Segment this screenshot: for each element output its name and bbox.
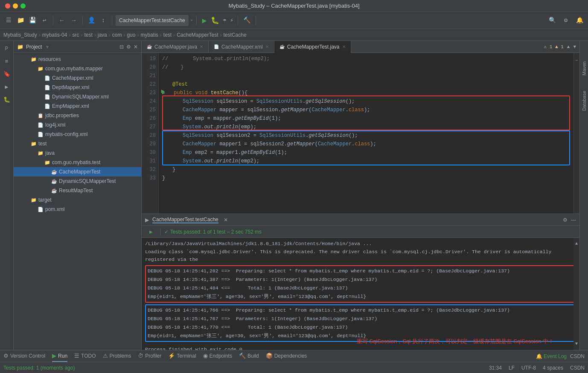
- breadcrumb-item-6[interactable]: guo: [127, 32, 135, 38]
- tab-close-icon[interactable]: ✕: [265, 44, 269, 49]
- search-button[interactable]: 🔍: [547, 15, 557, 26]
- xml-icon: 📄: [44, 104, 50, 109]
- coverage-button[interactable]: ☂: [223, 17, 226, 24]
- scroll-up-icon[interactable]: ▲: [567, 44, 570, 49]
- tree-item-dynamictest[interactable]: ☕ DynamicSQLMapperTest: [14, 176, 141, 186]
- tab-problems[interactable]: ⚠ Problems: [103, 350, 131, 362]
- run-tab-close[interactable]: ✕: [224, 217, 228, 223]
- build-button[interactable]: 🔨: [243, 17, 250, 24]
- tab-cachemapper-java[interactable]: ☕ CacheMapper.java ✕: [142, 41, 209, 53]
- tab-close-icon[interactable]: ✕: [200, 44, 203, 49]
- breadcrumb-item-0[interactable]: Mybatis_Study: [3, 32, 37, 38]
- toolbar-menu-btn[interactable]: ☰: [3, 15, 14, 26]
- tab-dependencies[interactable]: 📦 Dependencies: [266, 350, 307, 362]
- breadcrumb-item-3[interactable]: test: [84, 32, 92, 38]
- toolbar-forward-btn[interactable]: →: [69, 15, 79, 26]
- strip-debug-btn[interactable]: 🐛: [1, 94, 13, 106]
- tab-cachemapper-xml[interactable]: 📄 CacheMapper.xml ✕: [209, 41, 274, 53]
- run-settings-icon[interactable]: ⚙: [563, 217, 568, 223]
- status-csdn[interactable]: CSDN: [570, 365, 585, 371]
- database-tab[interactable]: Database: [581, 87, 588, 114]
- event-log-btn[interactable]: 🔔 Event Log: [536, 353, 567, 359]
- breadcrumb-item-2[interactable]: src: [72, 32, 79, 38]
- tree-item-jdbc-prop[interactable]: 📋 jdbc.properties: [14, 111, 141, 120]
- breadcrumb-item-5[interactable]: com: [112, 32, 122, 38]
- tree-item-log4j-xml[interactable]: 📄 log4j.xml: [14, 120, 141, 130]
- status-encoding[interactable]: UTF-8: [521, 365, 536, 371]
- strip-bookmark-btn[interactable]: 🔖: [1, 68, 13, 80]
- breadcrumb-item-4[interactable]: java: [98, 32, 107, 38]
- run-button[interactable]: ▶: [202, 16, 207, 25]
- tree-item-empmapper-xml[interactable]: 📄 EmpMapper.xml: [14, 101, 141, 111]
- project-dropdown-icon[interactable]: ▾: [46, 44, 49, 50]
- status-line-sep[interactable]: LF: [509, 365, 515, 371]
- run-minimize-icon[interactable]: —: [571, 217, 576, 223]
- tab-endpoints[interactable]: ◉ Endpoints: [203, 350, 232, 362]
- traffic-lights: [5, 3, 26, 9]
- toolbar-user-btn[interactable]: 👤: [86, 15, 96, 26]
- toolbar-back-btn[interactable]: ←: [57, 15, 67, 26]
- tree-item-pom[interactable]: 📄 pom.xml: [14, 205, 141, 214]
- strip-project-btn[interactable]: P: [1, 43, 13, 55]
- toolbar-undo-btn[interactable]: ↩: [39, 15, 49, 26]
- tree-item-target[interactable]: 📁 target: [14, 195, 141, 205]
- code-content[interactable]: ▶ // System.out.println(emp2); // }: [159, 53, 573, 214]
- run-gutter-icon[interactable]: ▶: [161, 87, 165, 95]
- debug-button[interactable]: 🐛: [211, 16, 219, 25]
- minimize-button[interactable]: [13, 3, 18, 9]
- toolbar-open-btn[interactable]: 📁: [15, 15, 26, 26]
- breadcrumb-item-8[interactable]: test: [163, 32, 172, 38]
- log-blue-3: DEBUG 05-18 14:25:41,770 <== Total: 1 (B…: [148, 323, 573, 332]
- notifications-button[interactable]: 🔔: [574, 15, 585, 26]
- scroll-down-run[interactable]: ▼: [575, 340, 578, 348]
- scroll-up-run[interactable]: ▲: [575, 240, 578, 248]
- scroll-down-icon[interactable]: ▼: [573, 44, 576, 49]
- breadcrumb-item-1[interactable]: mybatis-04: [42, 32, 67, 38]
- settings-button[interactable]: ⚙: [561, 15, 571, 26]
- tree-item-resultmaptest[interactable]: ☕ ResultMapTest: [14, 186, 141, 195]
- tab-terminal[interactable]: ⚡ Terminal: [168, 350, 196, 362]
- breadcrumb-item-9[interactable]: CacheMapperTest: [177, 32, 218, 38]
- tree-item-resources[interactable]: 📁 resources: [14, 55, 141, 64]
- collapse-all-icon[interactable]: ⊟: [119, 44, 124, 50]
- tree-item-cachemappertest[interactable]: ☕ CacheMapperTest: [14, 167, 141, 176]
- maven-tab[interactable]: Maven: [581, 58, 588, 79]
- tab-build[interactable]: 🔨 Build: [239, 350, 259, 362]
- status-indent[interactable]: 4 spaces: [543, 365, 563, 371]
- status-position[interactable]: 31:34: [489, 365, 502, 371]
- profile-button[interactable]: ⚡: [230, 17, 233, 24]
- breadcrumb-item-10[interactable]: testCache: [224, 32, 247, 38]
- run-config-selector[interactable]: CacheMapperTest.testCache: [116, 15, 189, 26]
- project-settings-icon[interactable]: ⚙: [126, 44, 131, 50]
- tab-profiler[interactable]: ⏱ Profiler: [138, 350, 161, 362]
- toolbar-save-btn[interactable]: 💾: [27, 15, 38, 26]
- run-panel: ▶ CacheMapperTest.testCache ✕ ⚙ — ▶ ✓: [142, 214, 579, 350]
- tab-close-icon[interactable]: ✕: [342, 44, 346, 49]
- toolbar-vcs-btn[interactable]: ↕: [98, 15, 108, 26]
- maximize-button[interactable]: [20, 3, 26, 9]
- tab-cachemappertest-java[interactable]: ☕ CacheMapperTest.java ✕: [274, 41, 351, 53]
- run-tab[interactable]: CacheMapperTest.testCache: [152, 217, 218, 223]
- breadcrumb-item-7[interactable]: mybatis: [140, 32, 158, 38]
- run-scrollbar[interactable]: ▲ ▼: [573, 238, 579, 350]
- tree-item-cachemapper-xml[interactable]: 📄 CacheMapper.xml: [14, 73, 141, 83]
- tab-todo[interactable]: ☰ TODO: [74, 350, 96, 362]
- rerun-button[interactable]: ▶: [145, 226, 157, 238]
- tree-item-test-package[interactable]: 📁 com.guo.mybatis.test: [14, 158, 141, 167]
- editor-scrollbar[interactable]: —: [573, 53, 579, 214]
- tree-item-dynamicmapper-xml[interactable]: 📄 DynamicSQLMapper.xml: [14, 92, 141, 101]
- run-config-dropdown[interactable]: ▾: [190, 17, 193, 23]
- tree-item-test-folder[interactable]: 📁 test: [14, 139, 141, 148]
- tree-item-java-folder[interactable]: 📁 java: [14, 148, 141, 158]
- strip-structure-btn[interactable]: ≡: [1, 55, 13, 67]
- close-panel-icon[interactable]: ✕: [134, 44, 138, 50]
- close-button[interactable]: [5, 3, 10, 9]
- tab-run[interactable]: ▶ Run: [52, 350, 67, 362]
- tree-item-deptmapper-xml[interactable]: 📄 DeptMapper.xml: [14, 83, 141, 92]
- strip-run-btn[interactable]: ▶: [1, 81, 13, 93]
- run-console[interactable]: /Library/Java/JavaVirtualMachines/jdk1.8…: [142, 238, 579, 350]
- tab-version-control[interactable]: ⚙ Version Control: [3, 350, 45, 362]
- tree-item-mapper-folder[interactable]: 📁 com.guo.mybatis.mapper: [14, 64, 141, 73]
- project-tree: 📁 resources 📁 com.guo.mybatis.mapper 📄 C…: [14, 53, 141, 350]
- tree-item-mybatis-config[interactable]: 📄 mybatis-config.xml: [14, 130, 141, 139]
